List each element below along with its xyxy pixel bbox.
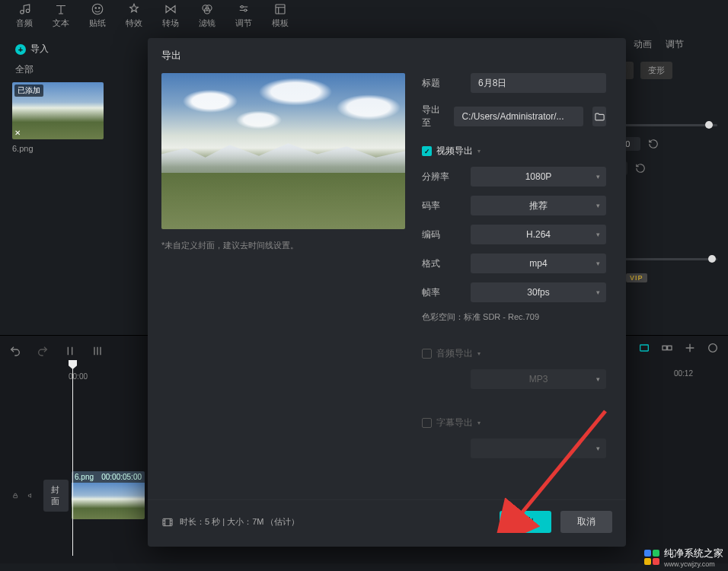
svg-point-1: [26, 9, 30, 13]
cover-button[interactable]: 封面: [43, 480, 69, 512]
timeline-clip[interactable]: 6.png 00:00:05:00: [72, 471, 145, 519]
colorspace-info: 色彩空间：标准 SDR - Rec.709: [422, 311, 606, 323]
split-icon[interactable]: [64, 345, 76, 357]
title-input[interactable]: [471, 73, 606, 93]
template-icon: [273, 2, 287, 16]
playhead[interactable]: [72, 365, 73, 556]
added-badge: 已添加: [14, 85, 43, 97]
media-thumb[interactable]: 已添加 ✕ 6.png: [12, 82, 104, 153]
reset-icon[interactable]: [648, 139, 659, 149]
plus-icon: +: [15, 44, 26, 55]
tab-adjust[interactable]: 调节: [666, 38, 684, 51]
tool-audio[interactable]: 音频: [6, 0, 43, 30]
svg-point-9: [244, 9, 247, 11]
thumb-image: 已添加 ✕: [12, 82, 104, 139]
watermark-url: www.ycwjzy.com: [664, 560, 723, 568]
film-icon: [161, 516, 174, 528]
tool-icon[interactable]: [684, 342, 696, 354]
reset-icon[interactable]: [635, 163, 646, 174]
tool-text[interactable]: 文本: [43, 0, 79, 30]
redo-icon[interactable]: [37, 345, 49, 357]
video-export-checkbox[interactable]: ✓: [422, 146, 432, 156]
svg-point-14: [709, 344, 717, 352]
audio-export-label: 音频导出: [436, 347, 473, 360]
fps-label: 帧率: [422, 286, 461, 299]
svg-rect-10: [276, 5, 285, 14]
tab-animation[interactable]: 动画: [634, 38, 652, 51]
split2-icon[interactable]: [91, 345, 104, 357]
preview-image: [161, 73, 405, 229]
watermark-name: 纯净系统之家: [664, 547, 723, 560]
import-button[interactable]: + 导入: [15, 43, 137, 56]
cancel-button[interactable]: 取消: [560, 511, 612, 533]
lock-icon[interactable]: [12, 490, 18, 501]
sticker-icon: [91, 2, 104, 16]
tool-label: 特效: [126, 18, 142, 29]
mute-icon[interactable]: [27, 490, 34, 501]
watermark: 纯净系统之家 www.ycwjzy.com: [644, 547, 723, 568]
effect-icon: [127, 2, 141, 16]
tool-label: 贴纸: [89, 18, 106, 29]
export-button[interactable]: 导出: [500, 511, 551, 533]
tool-transition[interactable]: 转场: [152, 0, 189, 30]
format-select[interactable]: mp4▾: [471, 254, 606, 273]
undo-icon[interactable]: [9, 345, 21, 357]
svg-rect-15: [14, 495, 18, 497]
fps-select[interactable]: 30fps▾: [471, 282, 606, 302]
svg-point-0: [21, 10, 24, 14]
filter-icon: [200, 2, 214, 16]
time-start: 00:00: [69, 372, 88, 381]
tool-sticker[interactable]: 贴纸: [79, 0, 116, 30]
dialog-title: 导出: [148, 38, 626, 73]
clip-duration: 00:00:05:00: [101, 473, 142, 481]
tool-label: 调节: [235, 18, 252, 29]
clip-name: 6.png: [75, 473, 94, 481]
import-label: 导入: [30, 43, 49, 56]
tool-label: 转场: [162, 18, 179, 29]
browse-button[interactable]: [592, 107, 606, 126]
codec-label: 编码: [422, 228, 461, 241]
chevron-down-icon[interactable]: ▾: [477, 350, 481, 357]
svg-point-4: [99, 7, 101, 8]
tool-filter[interactable]: 滤镜: [189, 0, 225, 30]
subtitle-export-checkbox[interactable]: [422, 418, 432, 428]
svg-rect-13: [668, 346, 672, 349]
svg-rect-11: [640, 345, 649, 351]
svg-point-8: [241, 5, 243, 8]
res-label: 分辨率: [422, 171, 461, 183]
deform-button[interactable]: 变形: [640, 62, 672, 79]
codec-select[interactable]: H.264▾: [471, 225, 606, 244]
tool-label: 滤镜: [199, 18, 216, 29]
bitrate-label: 码率: [422, 199, 461, 212]
title-label: 标题: [422, 77, 461, 90]
path-input[interactable]: [454, 107, 583, 126]
audio-format-select: MP3▾: [471, 369, 606, 389]
resolution-select[interactable]: 1080P▾: [471, 167, 606, 187]
svg-point-3: [95, 7, 97, 8]
tool-effect[interactable]: 特效: [116, 0, 152, 30]
footer-info: 时长：5 秒 | 大小：7M （估计）: [180, 516, 299, 528]
tool-adjust[interactable]: 调节: [225, 0, 262, 30]
top-toolbar: 音频 文本 贴纸 特效 转场 滤镜 调节 模板: [0, 0, 728, 30]
tool-icon[interactable]: [707, 342, 719, 354]
exportto-label: 导出至: [422, 104, 445, 129]
text-icon: [54, 2, 68, 16]
transition-icon: [164, 2, 177, 16]
timeline-right-tools: [638, 342, 719, 354]
subtitle-export-label: 字幕导出: [436, 416, 473, 429]
time-mark: 00:12: [674, 369, 693, 378]
chevron-down-icon[interactable]: ▾: [477, 419, 481, 426]
remove-icon[interactable]: ✕: [14, 129, 21, 137]
bitrate-select[interactable]: 推荐▾: [471, 196, 606, 215]
all-tab[interactable]: 全部: [15, 63, 137, 76]
thumb-filename: 6.png: [12, 144, 104, 153]
tool-icon[interactable]: [638, 342, 650, 354]
tool-label: 音频: [16, 18, 33, 29]
tool-icon[interactable]: [661, 342, 673, 354]
audio-export-checkbox[interactable]: [422, 349, 432, 359]
adjust-icon: [237, 2, 251, 16]
chevron-down-icon[interactable]: ▾: [477, 148, 481, 155]
media-panel: + 导入 全部 已添加 ✕ 6.png: [0, 30, 145, 335]
tool-template[interactable]: 模板: [262, 0, 299, 30]
vip-badge: VIP: [626, 273, 647, 282]
